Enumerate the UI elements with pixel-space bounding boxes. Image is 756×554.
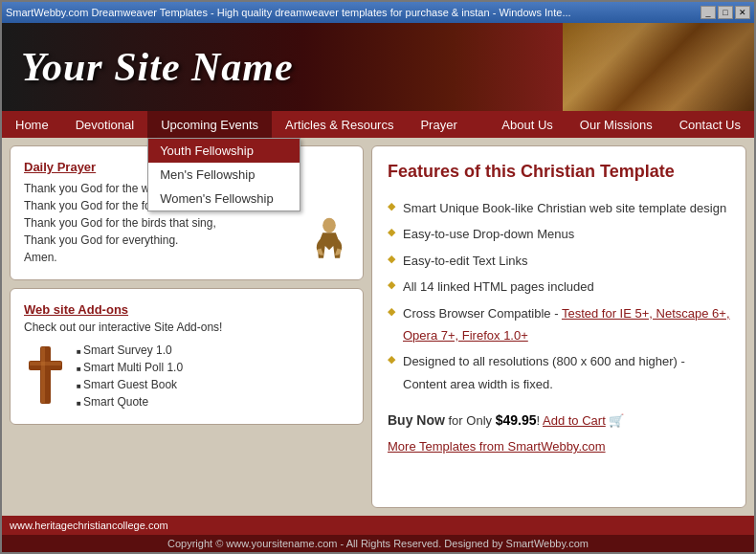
- addon-item-1: Smart Survey 1.0: [77, 342, 183, 359]
- tested-link[interactable]: Tested for IE 5+, Netscape 6+, Opera 7+,…: [403, 306, 730, 343]
- feature-item-6: Designed to all resolutions (800 x 600 a…: [388, 348, 730, 397]
- dropdown-womens-fellowship[interactable]: Women's Fellowship: [148, 187, 300, 211]
- maximize-button[interactable]: □: [718, 6, 733, 19]
- svg-rect-4: [30, 362, 61, 366]
- addon-item-4: Smart Quote: [77, 393, 183, 410]
- addons-subtitle: Check out our interactive Site Add-ons!: [24, 321, 349, 334]
- add-to-cart-link[interactable]: Add to Cart: [543, 413, 606, 428]
- nav-articles[interactable]: Articles & Resourcs: [272, 111, 407, 138]
- site-title: Your Site Name: [2, 44, 294, 90]
- header-image: [563, 23, 754, 111]
- nav-home[interactable]: Home: [2, 111, 62, 138]
- prayer-figure-icon: [305, 217, 353, 275]
- upcoming-events-dropdown: Youth Fellowship Men's Fellowship Women'…: [147, 138, 300, 211]
- nav-prayer[interactable]: Prayer: [407, 111, 470, 138]
- feature-item-4: All 14 linked HTML pages included: [388, 274, 730, 299]
- footer-bar: www.heritagechristiancollege.com: [2, 516, 754, 535]
- svg-rect-3: [41, 347, 45, 403]
- page-wrapper: SmartWebby.com Dreamweaver Templates - H…: [0, 0, 756, 554]
- cross-icon: [24, 342, 67, 409]
- top-navigation: Home Devotional Upcoming Events Youth Fe…: [2, 111, 754, 138]
- addon-item-2: Smart Multi Poll 1.0: [77, 359, 183, 376]
- nav-upcoming-events[interactable]: Upcoming Events Youth Fellowship Men's F…: [147, 111, 272, 138]
- addon-item-3: Smart Guest Book: [77, 376, 183, 393]
- more-templates-link[interactable]: More Templates from SmartWebby.com: [388, 439, 606, 454]
- title-bar-buttons: _ □ ✕: [700, 6, 750, 19]
- nav-our-missions[interactable]: Our Missions: [567, 111, 666, 138]
- feature-item-5: Cross Browser Compatible - Tested for IE…: [388, 300, 730, 349]
- dropdown-mens-fellowship[interactable]: Men's Fellowship: [148, 163, 300, 187]
- more-templates-section: More Templates from SmartWebby.com: [388, 439, 730, 454]
- addons-title[interactable]: Web site Add-ons: [24, 302, 349, 317]
- addons-box: Web site Add-ons Check out our interacti…: [10, 288, 364, 425]
- buy-now-label: Buy Now: [388, 412, 445, 428]
- feature-item-2: Easy-to-use Drop-down Menus: [388, 221, 730, 247]
- nav-right: About Us Our Missions Contact Us: [488, 111, 754, 138]
- feature-item-1: Smart Unique Book-like Christian web sit…: [388, 195, 730, 221]
- price-label: $49.95: [496, 412, 537, 428]
- features-list: Smart Unique Book-like Christian web sit…: [388, 195, 730, 397]
- close-button[interactable]: ✕: [735, 6, 750, 19]
- title-bar-text: SmartWebby.com Dreamweaver Templates - H…: [6, 7, 700, 18]
- footer-copyright-text: Copyright © www.yoursitename.com - All R…: [167, 538, 589, 549]
- nav-about-us[interactable]: About Us: [488, 111, 566, 138]
- site-header: Your Site Name: [2, 23, 754, 111]
- features-title: Features of this Christian Template: [388, 162, 730, 182]
- addons-content: Smart Survey 1.0 Smart Multi Poll 1.0 Sm…: [24, 342, 349, 410]
- footer-url: www.heritagechristiancollege.com: [10, 520, 168, 531]
- minimize-button[interactable]: _: [700, 6, 716, 19]
- buy-now-section: Buy Now for Only $49.95! Add to Cart 🛒: [388, 412, 730, 428]
- main-area: Daily Prayer Thank you God for the world…: [2, 138, 754, 516]
- title-bar: SmartWebby.com Dreamweaver Templates - H…: [2, 2, 754, 23]
- right-column: Features of this Christian Template Smar…: [371, 145, 746, 508]
- addons-list: Smart Survey 1.0 Smart Multi Poll 1.0 Sm…: [77, 342, 183, 410]
- svg-point-0: [322, 218, 336, 233]
- nav-devotional[interactable]: Devotional: [62, 111, 147, 138]
- content-area: Your Site Name Home Devotional Upcoming …: [2, 23, 754, 552]
- nav-contact-us[interactable]: Contact Us: [666, 111, 754, 138]
- dropdown-youth-fellowship[interactable]: Youth Fellowship: [148, 139, 300, 163]
- footer-copyright: Copyright © www.yoursitename.com - All R…: [2, 535, 754, 552]
- feature-item-3: Easy-to-edit Text Links: [388, 248, 730, 274]
- nav-left: Home Devotional Upcoming Events Youth Fe…: [2, 111, 471, 138]
